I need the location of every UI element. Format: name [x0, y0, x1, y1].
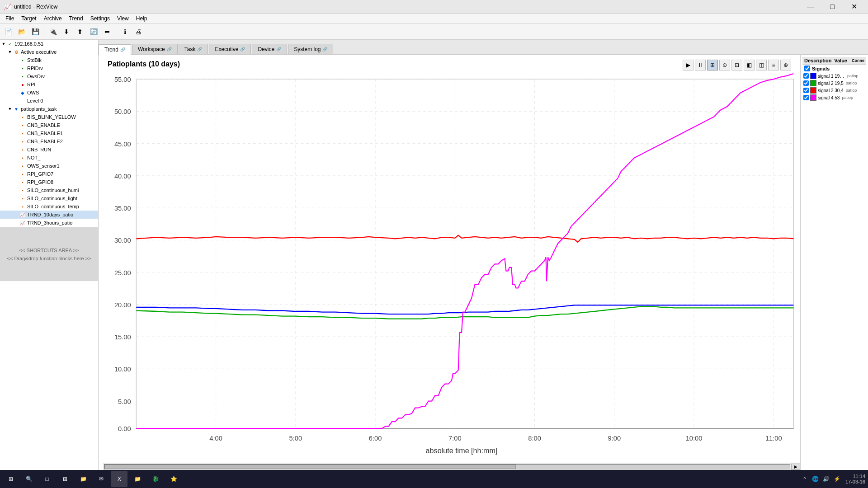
tree-item[interactable]: ▪CNB_RUN: [0, 145, 98, 154]
toolbar-info[interactable]: ℹ: [118, 25, 131, 38]
chart-btn-pan[interactable]: ◫: [756, 60, 767, 70]
toolbar-refresh[interactable]: 🔄: [87, 25, 100, 38]
tree-item[interactable]: ▪RPI_GPIO8: [0, 178, 98, 186]
svg-text:9:00: 9:00: [608, 434, 621, 442]
app-title: untitled - RexView: [14, 4, 58, 10]
svg-text:0.00: 0.00: [118, 425, 131, 432]
taskbar-start[interactable]: ⊞: [3, 471, 19, 487]
menu-item-view[interactable]: View: [113, 14, 132, 23]
chart-right-panel: Description Value Conne Signals signal 1…: [800, 55, 868, 470]
chart-btn-zoom[interactable]: ⊞: [707, 60, 718, 70]
hscroll-thumb[interactable]: [104, 465, 516, 469]
tree-item[interactable]: ▼✓192.168.0.51: [0, 40, 98, 48]
tree-item[interactable]: ▪CNB_ENABLE: [0, 121, 98, 129]
chart-hscroll: ▶: [103, 463, 800, 470]
tree-item[interactable]: ◆OWS: [0, 89, 98, 97]
legend-signal-color: [810, 73, 816, 79]
menu-item-archive[interactable]: Archive: [40, 14, 66, 23]
toolbar-upload[interactable]: ⬆: [74, 25, 86, 38]
minimize-button[interactable]: —: [800, 0, 821, 14]
tab-system-log[interactable]: System log 🔗: [288, 44, 333, 54]
close-button[interactable]: ✕: [844, 0, 864, 14]
tree-item[interactable]: ⋯Level 0: [0, 97, 98, 105]
legend-header: Description Value Conne: [802, 57, 866, 65]
tree-item[interactable]: ▪OwsDrv: [0, 72, 98, 80]
tab-trend[interactable]: Trend 🔗: [99, 44, 131, 55]
chart-btn-pause[interactable]: ⏸: [695, 60, 706, 70]
toolbar-print[interactable]: 🖨: [132, 25, 145, 38]
tree-item[interactable]: ▪BIS_BLINK_YELLOW: [0, 113, 98, 121]
tab-workspace[interactable]: Workspace 🔗: [132, 44, 178, 54]
toolbar-back[interactable]: ⬅: [101, 25, 113, 38]
block-icon: ▪: [19, 203, 26, 210]
tree-item[interactable]: ▼▼patioplants_task: [0, 105, 98, 113]
hscroll-right-btn[interactable]: ▶: [791, 464, 800, 470]
menu-item-settings[interactable]: Settings: [87, 14, 113, 23]
tab-device[interactable]: Device 🔗: [252, 44, 287, 54]
taskbar-app-extra[interactable]: ⭐: [165, 471, 182, 487]
chart-btn-fit[interactable]: ◧: [744, 60, 755, 70]
tree-item[interactable]: ▪RPiDrv: [0, 64, 98, 72]
taskbar-app-rexview[interactable]: 🐉: [147, 471, 164, 487]
legend-signal-checkbox[interactable]: [803, 95, 809, 100]
tree-item[interactable]: ●RPI: [0, 80, 98, 89]
tab-ext-icon: 🔗: [197, 47, 202, 52]
shortcuts-area: << SHORTCUTS AREA >> << Drag&drop functi…: [0, 227, 98, 281]
chart-btn-play[interactable]: ▶: [683, 60, 693, 70]
tab-task[interactable]: Task 🔗: [179, 44, 208, 54]
tree-item[interactable]: ▼⚙Active executive: [0, 48, 98, 56]
app-icon: 📈: [4, 3, 11, 10]
chart-main: Patioplants (10 days) ▶ ⏸ ⊞ ⊙ ⊡ ◧ ◫ ≡ ⊕: [99, 55, 800, 470]
legend-signal-checkbox[interactable]: [803, 80, 809, 86]
legend-signals-label: Signals: [812, 66, 830, 71]
toolbar-download[interactable]: ⬇: [60, 25, 73, 38]
menu-item-file[interactable]: File: [2, 14, 18, 23]
svg-text:40.00: 40.00: [114, 172, 131, 180]
toolbar-new[interactable]: 📄: [2, 25, 14, 38]
tree-item[interactable]: ▪OWS_sensor1: [0, 162, 98, 170]
tree-item[interactable]: ▪CNB_ENABLE1: [0, 129, 98, 137]
taskbar: ⊞ 🔍 □ ⊞ 📁 ✉ X 📁 🐉 ⭐ ^ 🌐 🔊 ⚡ 11:14 17-03-…: [0, 470, 868, 488]
toolbar-open[interactable]: 📂: [15, 25, 28, 38]
right-content: Trend 🔗Workspace 🔗Task 🔗Executive 🔗Devic…: [99, 40, 868, 470]
tree-item[interactable]: ▪NOT_: [0, 154, 98, 162]
tree-label: OwsDrv: [27, 74, 45, 79]
tree-item[interactable]: 📈TRND_3hours_patio: [0, 219, 98, 227]
chart-btn-export[interactable]: ⊕: [780, 60, 791, 70]
legend-signals-checkbox[interactable]: [804, 66, 810, 71]
toolbar-save[interactable]: 💾: [29, 25, 42, 38]
chart-btn-circle[interactable]: ⊙: [719, 60, 730, 70]
taskbar-app-windows[interactable]: ⊞: [57, 471, 73, 487]
taskbar-app-folder2[interactable]: 📁: [129, 471, 146, 487]
block-icon: ▪: [19, 130, 26, 137]
taskbar-taskview[interactable]: □: [39, 471, 55, 487]
maximize-button[interactable]: □: [822, 0, 843, 14]
tree-label: CNB_RUN: [27, 147, 51, 152]
menu-item-trend[interactable]: Trend: [66, 14, 87, 23]
tree-item[interactable]: ▪CNB_ENABLE2: [0, 137, 98, 145]
legend-signal-row: signal 1 19,1...patiop: [802, 72, 866, 80]
hscroll-track[interactable]: [104, 464, 790, 469]
legend-signal-checkbox[interactable]: [803, 88, 809, 93]
tree-item[interactable]: ▪RPI_GPIO7: [0, 170, 98, 178]
toolbar-connect[interactable]: 🔌: [47, 25, 59, 38]
legend-signal-checkbox[interactable]: [803, 73, 809, 79]
tree-item[interactable]: ▪SILO_continuous_humi: [0, 186, 98, 194]
tree-item[interactable]: ▪StdBlk: [0, 56, 98, 64]
chart-title: Patioplants (10 days): [108, 60, 180, 68]
taskbar-app-mail[interactable]: ✉: [93, 471, 109, 487]
tab-executive[interactable]: Executive 🔗: [209, 44, 251, 54]
taskbar-app-files[interactable]: 📁: [75, 471, 91, 487]
chart-btn-list[interactable]: ≡: [768, 60, 779, 70]
folder-icon: ▼: [13, 105, 20, 113]
menu-item-target[interactable]: Target: [18, 14, 40, 23]
chart-btn-zoomout[interactable]: ⊡: [731, 60, 742, 70]
taskbar-search[interactable]: 🔍: [21, 471, 37, 487]
tree-item[interactable]: ▪SILO_continuous_light: [0, 194, 98, 202]
tray-icon-2: 🌐: [811, 474, 820, 483]
tree-item[interactable]: ▪SILO_continuous_temp: [0, 202, 98, 211]
taskbar-app-excel[interactable]: X: [111, 471, 127, 487]
menu-item-help[interactable]: Help: [132, 14, 151, 23]
tree-item[interactable]: 📈TRND_10days_patio: [0, 211, 98, 219]
diamond-icon: ◆: [19, 89, 26, 96]
